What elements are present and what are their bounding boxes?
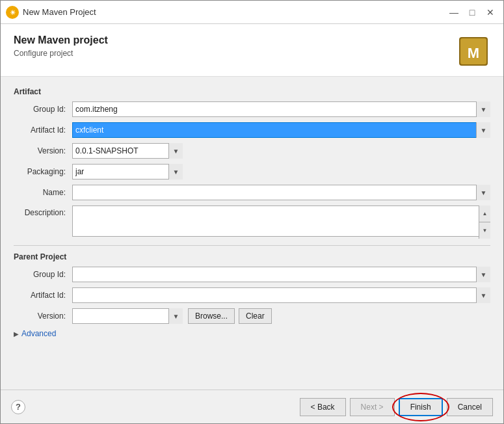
parent-artifact-id-label: Artifact Id:: [14, 291, 72, 300]
parent-version-row: Version: ▼ Browse... Clear: [14, 308, 490, 324]
description-down-arrow[interactable]: ▼: [479, 222, 490, 239]
packaging-select-wrap: jar war pom ear ▼: [72, 164, 183, 179]
parent-group-id-label: Group Id:: [14, 270, 72, 279]
minimize-button[interactable]: —: [446, 5, 462, 20]
artifact-id-label: Artifact Id:: [14, 126, 72, 135]
name-input-wrap: ▼: [72, 185, 490, 200]
parent-artifact-id-dropdown-arrow[interactable]: ▼: [476, 287, 490, 303]
description-row: Description: ▲ ▼: [14, 205, 490, 239]
name-input[interactable]: [72, 185, 490, 200]
finish-button-wrap: Finish: [399, 398, 443, 416]
close-button[interactable]: ✕: [483, 5, 498, 20]
content-area: New Maven project Configure project M Ar…: [1, 24, 503, 423]
parent-artifact-id-input-wrap: ▼: [72, 287, 490, 303]
name-label: Name:: [14, 188, 72, 197]
footer-left: ?: [11, 400, 25, 414]
parent-section-label: Parent Project: [14, 252, 490, 261]
main-window: ☀ New Maven Project — □ ✕ New Maven proj…: [0, 0, 504, 424]
packaging-row: Packaging: jar war pom ear ▼: [14, 164, 490, 179]
cancel-button[interactable]: Cancel: [447, 398, 493, 416]
page-title: New Maven project: [14, 34, 108, 46]
help-button[interactable]: ?: [11, 400, 25, 414]
parent-artifact-id-row: Artifact Id: ▼: [14, 287, 490, 303]
form-area: Artifact Group Id: ▼ Artifact Id: ▼ Ver: [1, 77, 503, 390]
artifact-id-input[interactable]: [72, 122, 490, 138]
maximize-button[interactable]: □: [464, 5, 480, 20]
footer: ? < Back Next > Finish Cancel: [1, 390, 503, 423]
maven-logo: M: [457, 34, 490, 68]
app-icon: ☀: [6, 6, 19, 19]
parent-group-id-row: Group Id: ▼: [14, 267, 490, 282]
version-select[interactable]: 0.0.1-SNAPSHOT 1.0-SNAPSHOT 1.0.0: [72, 143, 183, 159]
parent-version-select-wrap: ▼: [72, 308, 183, 324]
footer-right: < Back Next > Finish Cancel: [300, 398, 493, 416]
browse-clear-group: Browse... Clear: [188, 308, 272, 324]
advanced-expand-icon: ▶: [14, 330, 19, 338]
finish-button[interactable]: Finish: [399, 398, 443, 416]
page-subtitle: Configure project: [14, 49, 108, 58]
group-id-input-wrap: ▼: [72, 101, 490, 117]
parent-version-label: Version:: [14, 311, 72, 321]
artifact-id-row: Artifact Id: ▼: [14, 122, 490, 138]
header-text: New Maven project Configure project: [14, 34, 108, 58]
description-spinners: ▲ ▼: [479, 205, 490, 239]
group-id-dropdown-arrow[interactable]: ▼: [476, 101, 490, 117]
window-title: New Maven Project: [23, 7, 446, 17]
clear-button[interactable]: Clear: [239, 308, 272, 324]
version-select-wrap: 0.0.1-SNAPSHOT 1.0-SNAPSHOT 1.0.0 ▼: [72, 143, 183, 159]
svg-text:M: M: [468, 45, 479, 61]
group-id-row: Group Id: ▼: [14, 101, 490, 117]
group-id-label: Group Id:: [14, 105, 72, 114]
version-row: Version: 0.0.1-SNAPSHOT 1.0-SNAPSHOT 1.0…: [14, 143, 490, 159]
packaging-label: Packaging:: [14, 167, 72, 176]
name-dropdown-arrow[interactable]: ▼: [476, 185, 490, 200]
description-input-wrap: ▲ ▼: [72, 205, 490, 239]
parent-version-select[interactable]: [72, 308, 183, 324]
group-id-input[interactable]: [72, 101, 490, 117]
parent-group-id-input[interactable]: [72, 267, 490, 282]
next-button[interactable]: Next >: [350, 398, 395, 416]
description-input[interactable]: [72, 205, 490, 237]
browse-button[interactable]: Browse...: [188, 308, 235, 324]
advanced-section[interactable]: ▶ Advanced: [14, 329, 490, 338]
version-label: Version:: [14, 146, 72, 155]
parent-group-id-dropdown-arrow[interactable]: ▼: [476, 267, 490, 282]
description-label: Description:: [14, 205, 72, 217]
artifact-id-input-wrap: ▼: [72, 122, 490, 138]
name-row: Name: ▼: [14, 185, 490, 200]
advanced-label[interactable]: Advanced: [21, 329, 56, 338]
window-controls: — □ ✕: [446, 5, 498, 20]
titlebar: ☀ New Maven Project — □ ✕: [1, 1, 503, 24]
packaging-select[interactable]: jar war pom ear: [72, 164, 183, 179]
artifact-section-label: Artifact: [14, 87, 490, 96]
back-button[interactable]: < Back: [300, 398, 346, 416]
description-up-arrow[interactable]: ▲: [479, 205, 490, 222]
section-divider: [14, 245, 490, 246]
page-header: New Maven project Configure project M: [1, 24, 503, 77]
artifact-id-dropdown-arrow[interactable]: ▼: [476, 122, 490, 138]
parent-artifact-id-input[interactable]: [72, 287, 490, 303]
svg-text:☀: ☀: [10, 9, 16, 16]
parent-group-id-input-wrap: ▼: [72, 267, 490, 282]
